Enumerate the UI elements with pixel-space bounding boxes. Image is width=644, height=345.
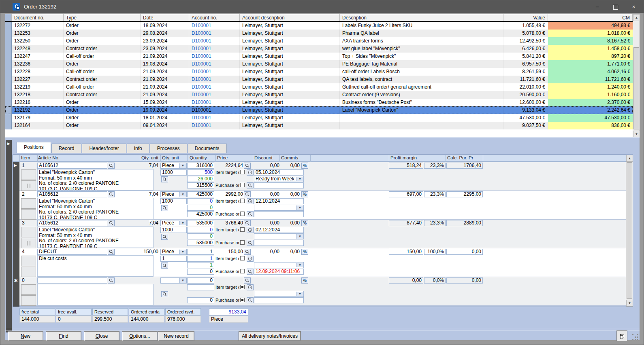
col-qty-unit[interactable]: Qty. unit bbox=[162, 155, 179, 160]
article-input[interactable]: A105612 bbox=[37, 163, 107, 169]
new-button[interactable]: New bbox=[8, 331, 43, 341]
position-row-3[interactable]: 3 A105612 7,04 Piece▼ 535000 3766,40 0,0… bbox=[19, 220, 627, 248]
table-row[interactable]: 132236Order19.08.2024D100001Leimayer, St… bbox=[5, 60, 633, 68]
reserved-quantity[interactable]: 425000 bbox=[187, 211, 214, 217]
copy-record-icon[interactable] bbox=[616, 330, 627, 341]
cell-account-link[interactable]: D100001 bbox=[189, 83, 240, 91]
quantity-input[interactable]: 0 bbox=[187, 277, 214, 284]
col-article[interactable]: Article No. bbox=[38, 155, 60, 160]
scroll-down-icon[interactable]: ▼ bbox=[633, 131, 640, 138]
chevron-down-icon[interactable]: ▼ bbox=[296, 263, 303, 267]
table-row[interactable]: 132272Order18.09.2024D100001Leimayer, St… bbox=[5, 22, 633, 30]
chevron-down-icon[interactable]: ▼ bbox=[179, 250, 186, 254]
clock-icon[interactable] bbox=[247, 284, 254, 290]
article-search-icon[interactable] bbox=[108, 163, 115, 169]
cell-account-link[interactable]: D100001 bbox=[189, 99, 240, 106]
sub-search-icon[interactable] bbox=[161, 176, 168, 182]
cell-account-link[interactable]: D100001 bbox=[189, 91, 240, 99]
collapse-strip[interactable]: ▶ bbox=[6, 140, 12, 332]
per-quantity-input[interactable]: 1000 bbox=[160, 198, 187, 204]
scroll-up-icon[interactable]: ▲ bbox=[626, 155, 633, 162]
article-input[interactable]: A105612 bbox=[37, 191, 107, 197]
open-quantity[interactable] bbox=[187, 284, 214, 290]
cell-account-link[interactable]: D100001 bbox=[189, 53, 240, 60]
per-quantity-input[interactable]: 1000 bbox=[160, 227, 187, 233]
position-row-new[interactable]: ✱ 0 ▼ 0 % 0,00 0,0% 0,00 Item target dat… bbox=[19, 277, 627, 306]
open-quantity[interactable]: 1 bbox=[187, 256, 214, 262]
purchase-search-icon[interactable] bbox=[247, 182, 254, 188]
item-description[interactable]: Label "Movenpick Carton"Format: 50 mm x … bbox=[37, 169, 154, 190]
item-target-date-checkbox[interactable] bbox=[240, 256, 245, 260]
chevron-down-icon[interactable]: ▼ bbox=[296, 205, 303, 210]
sub-search-icon[interactable] bbox=[161, 234, 168, 240]
item-description[interactable]: Label "Movenpick Carton"Format: 50 mm x … bbox=[37, 198, 154, 219]
article-search-icon[interactable] bbox=[108, 191, 115, 197]
qty-unit-select[interactable]: Piece▼ bbox=[160, 249, 187, 255]
reserved-quantity[interactable]: 0 bbox=[187, 297, 214, 303]
reserved-quantity[interactable]: 315500 bbox=[187, 182, 214, 188]
positions-scrollbar[interactable]: ▲ ▼ bbox=[626, 155, 633, 307]
col-cm[interactable]: CM bbox=[548, 14, 633, 21]
ready-week-select[interactable]: ▼ bbox=[254, 262, 304, 268]
per-quantity-input[interactable]: 1 bbox=[160, 256, 187, 262]
sub-search-icon[interactable] bbox=[161, 205, 168, 211]
close-button-footer[interactable]: Close bbox=[84, 331, 119, 341]
purchase-search-icon[interactable] bbox=[247, 297, 254, 303]
percent-icon[interactable]: % bbox=[301, 277, 308, 284]
chevron-down-icon[interactable]: ▼ bbox=[296, 177, 303, 181]
per-quantity-input[interactable]: 1000 bbox=[160, 169, 187, 176]
table-row[interactable]: 132164Order09.04.2024D100001Leimayer, St… bbox=[5, 122, 633, 129]
cell-account-link[interactable]: D100001 bbox=[189, 76, 240, 83]
table-row[interactable]: 132218Contract order21.09.2024D100001Lei… bbox=[5, 91, 633, 99]
quantity-input[interactable]: 316000 bbox=[187, 163, 214, 169]
cell-account-link[interactable]: D100001 bbox=[189, 68, 240, 76]
ready-week-select[interactable]: Ready from Week▼ bbox=[254, 176, 304, 182]
price-search-icon[interactable] bbox=[244, 220, 251, 226]
target-date-input[interactable]: 02.12.2024 bbox=[254, 227, 304, 233]
col-type[interactable]: Type bbox=[64, 14, 141, 21]
table-row-selected[interactable]: 132192Order19.09.2024D100001Leimayer, St… bbox=[5, 106, 633, 114]
documents-scrollbar[interactable]: ▲ ▼ bbox=[633, 14, 640, 138]
item-target-date-checkbox[interactable] bbox=[240, 227, 245, 232]
reserved-quantity[interactable]: 0 bbox=[187, 269, 214, 275]
cell-account-link[interactable]: D100001 bbox=[189, 37, 240, 45]
clock-icon[interactable] bbox=[247, 227, 254, 233]
quantity-input[interactable]: 535000 bbox=[187, 220, 214, 226]
scrollbar-thumb[interactable] bbox=[627, 162, 632, 299]
col-account-no[interactable]: Account no. bbox=[189, 14, 240, 21]
col-profit-margin[interactable]: Profit margin bbox=[390, 155, 417, 160]
target-date-input[interactable]: 12.10.2024 bbox=[254, 198, 304, 204]
price-search-icon[interactable] bbox=[244, 163, 251, 169]
price-search-icon[interactable] bbox=[244, 277, 251, 284]
cell-account-link[interactable]: D100001 bbox=[189, 60, 240, 68]
sub-search-icon[interactable] bbox=[161, 262, 168, 269]
options-button[interactable]: Options... bbox=[122, 331, 158, 341]
col-discount[interactable]: Discount bbox=[254, 155, 273, 160]
cell-account-link[interactable]: D100001 bbox=[189, 45, 240, 53]
item-target-date-checkbox[interactable] bbox=[240, 170, 245, 174]
ready-week-select[interactable]: ▼ bbox=[254, 233, 304, 239]
chevron-down-icon[interactable]: ▼ bbox=[296, 234, 303, 239]
item-description[interactable]: Label "Movenpick Carton"Format: 50 mm x … bbox=[37, 226, 154, 248]
scroll-up-icon[interactable]: ▲ bbox=[633, 14, 640, 21]
percent-icon[interactable]: % bbox=[301, 220, 308, 226]
available-quantity[interactable]: 26.000 bbox=[187, 176, 214, 182]
cell-account-link[interactable]: D100001 bbox=[189, 122, 240, 129]
col-commission[interactable]: Commis bbox=[281, 155, 299, 160]
target-date-input[interactable]: 05.10.2024 bbox=[254, 169, 304, 176]
col-unit-price[interactable]: Qty. unit pric bbox=[141, 155, 159, 160]
sub-search-icon[interactable] bbox=[161, 291, 168, 297]
col-item[interactable]: Item bbox=[21, 155, 30, 160]
position-row-1[interactable]: ▶ 1 A105612 7,04 Piece▼ 316000 2224,64 0… bbox=[19, 162, 627, 191]
table-row[interactable]: 132228Call-off order21.09.2024D100001Lei… bbox=[5, 68, 633, 76]
purchase-search-icon[interactable] bbox=[247, 211, 254, 217]
available-quantity[interactable]: 1 bbox=[187, 262, 214, 268]
cell-account-link[interactable]: D100001 bbox=[189, 114, 240, 122]
purchase-order-checkbox[interactable] bbox=[240, 183, 245, 187]
purchase-order-checkbox[interactable] bbox=[240, 298, 245, 302]
article-input[interactable]: A105612 bbox=[37, 220, 107, 226]
col-account-description[interactable]: Account description bbox=[240, 14, 340, 21]
purchase-order-checkbox[interactable] bbox=[240, 212, 245, 216]
order-total[interactable]: 9133,04 bbox=[209, 308, 248, 315]
open-quantity[interactable]: 0 bbox=[187, 198, 214, 204]
